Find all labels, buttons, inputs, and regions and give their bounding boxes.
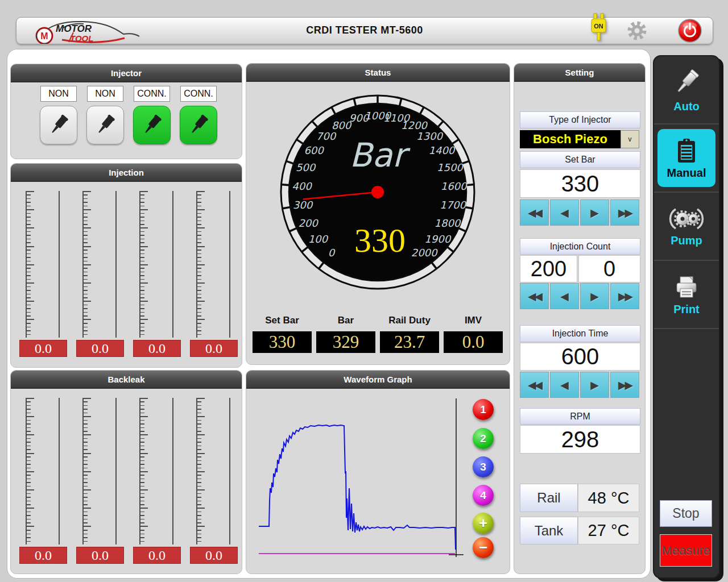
- injector2-button[interactable]: [86, 106, 124, 144]
- waveform-panel: Waveform Graph 1 2 3 4 + −: [246, 370, 510, 574]
- step-forward-icon: ▶: [590, 206, 599, 219]
- injector-icon: [93, 113, 118, 138]
- injector-icon: [46, 113, 71, 138]
- set-bar-increase-button[interactable]: ▶: [580, 199, 609, 226]
- scale-ruler: [26, 191, 34, 338]
- gauge-needle-hub: [371, 186, 384, 198]
- scale-ruler: [196, 191, 205, 338]
- set-bar-steppers: ◀◀ ◀ ▶ ▶▶: [520, 199, 639, 226]
- injection-count-steppers: ◀◀ ◀ ▶ ▶▶: [520, 283, 639, 309]
- measure-button[interactable]: Measure: [660, 534, 712, 567]
- svg-text:0: 0: [328, 247, 336, 259]
- injector4-status: CONN.: [180, 86, 217, 102]
- set-bar-fast-forward-button[interactable]: ▶▶: [610, 199, 639, 226]
- waveform-trace: [259, 425, 456, 550]
- status-panel-title: Status: [246, 64, 510, 82]
- injector-panel-title: Injector: [11, 64, 242, 82]
- sidebar-active-highlight: Manual: [657, 129, 715, 187]
- waveform-chart: [246, 387, 465, 560]
- sidebar-item-auto[interactable]: Auto: [654, 56, 719, 124]
- svg-text:500: 500: [296, 161, 316, 173]
- svg-text:700: 700: [316, 130, 337, 142]
- readout-value: 329: [316, 331, 375, 353]
- injection-time-value: 600: [520, 343, 640, 371]
- readout-setbar: Set Bar 330: [253, 315, 312, 353]
- readout-label: Rail Duty: [380, 315, 439, 326]
- injector-type-dropdown[interactable]: Bosch Piezo v: [520, 130, 639, 148]
- backleak-gauge-1: 0.0: [19, 398, 67, 564]
- injection-count-decrease-button[interactable]: ◀: [550, 283, 579, 309]
- pump-gears-icon: [669, 206, 704, 232]
- backleak-value-1: 0.0: [19, 547, 67, 564]
- scale-ruler: [139, 191, 148, 338]
- svg-text:2000: 2000: [411, 247, 438, 259]
- scale-track: [172, 398, 173, 544]
- sidebar-item-label: Auto: [673, 100, 700, 113]
- channel-2-button[interactable]: 2: [473, 428, 494, 449]
- injector-panel: Injector NON NON CONN. CONN.: [10, 64, 242, 159]
- step-forward-icon: ▶: [590, 379, 599, 392]
- injection-value-2: 0.0: [76, 340, 124, 357]
- waveform-panel-title: Waveform Graph: [246, 371, 510, 389]
- sidebar-item-manual[interactable]: Manual: [654, 124, 719, 193]
- zoom-out-button[interactable]: −: [473, 537, 494, 558]
- backleak-value-3: 0.0: [133, 547, 181, 564]
- injection-value-1: 0.0: [19, 340, 67, 357]
- svg-text:1900: 1900: [424, 233, 451, 245]
- readout-bar: Bar 329: [316, 315, 375, 353]
- sidebar-item-pump[interactable]: Pump: [654, 193, 719, 261]
- channel-3-button[interactable]: 3: [473, 456, 494, 477]
- injector1-button[interactable]: [40, 106, 77, 144]
- power-button[interactable]: [677, 18, 702, 43]
- injection-time-fast-forward-button[interactable]: ▶▶: [610, 372, 639, 398]
- set-bar-label: Set Bar: [520, 151, 640, 168]
- injector4-button[interactable]: [180, 106, 217, 144]
- injection-time-decrease-button[interactable]: ◀: [550, 372, 579, 398]
- scale-track: [229, 191, 230, 338]
- injection-time-steppers: ◀◀ ◀ ▶ ▶▶: [520, 372, 639, 398]
- svg-text:400: 400: [292, 180, 312, 192]
- sidebar-item-label: Print: [673, 303, 700, 316]
- scale-track: [229, 398, 230, 544]
- scale-ruler: [82, 191, 91, 338]
- scale-track: [172, 191, 173, 338]
- rewind-icon: ◀◀: [528, 206, 541, 219]
- backleak-gauge-2: 0.0: [76, 398, 124, 564]
- readout-value: 23.7: [380, 331, 439, 353]
- injection-panel-title: Injection: [11, 164, 242, 182]
- injection-count-fast-forward-button[interactable]: ▶▶: [610, 283, 639, 309]
- tank-temp-value: 27 °C: [578, 517, 639, 544]
- injector-type-label: Type of Injector: [520, 111, 640, 128]
- sidebar-item-label: Pump: [671, 234, 702, 247]
- sidebar-item-print[interactable]: Print: [654, 261, 719, 329]
- injection-count-current: 0: [578, 255, 640, 282]
- svg-text:200: 200: [298, 217, 318, 229]
- connection-plug-icon[interactable]: ON: [589, 13, 609, 48]
- channel-1-button[interactable]: 1: [473, 399, 494, 420]
- auto-injector-icon: [671, 67, 702, 98]
- injection-time-rewind-button[interactable]: ◀◀: [520, 372, 549, 398]
- injector3-button[interactable]: [133, 106, 171, 144]
- rewind-icon: ◀◀: [528, 379, 541, 392]
- backleak-value-2: 0.0: [76, 547, 124, 564]
- zoom-in-button[interactable]: +: [473, 513, 494, 534]
- injection-count-rewind-button[interactable]: ◀◀: [520, 283, 549, 309]
- injection-count-set: 200: [520, 255, 577, 282]
- step-back-icon: ◀: [560, 206, 569, 219]
- set-bar-value: 330: [520, 169, 640, 198]
- svg-text:1700: 1700: [440, 199, 466, 211]
- injection-panel: Injection 0.0 0.0 0.0 0.0: [10, 163, 242, 368]
- rail-temp-label: Rail: [520, 484, 578, 512]
- set-bar-decrease-button[interactable]: ◀: [550, 199, 579, 226]
- fast-forward-icon: ▶▶: [618, 379, 631, 392]
- injector1-status: NON: [40, 86, 77, 102]
- injector2-status: NON: [87, 86, 123, 102]
- injection-count-increase-button[interactable]: ▶: [580, 283, 609, 309]
- dropdown-expander-button[interactable]: v: [621, 130, 639, 148]
- setting-panel-title: Setting: [514, 64, 645, 82]
- set-bar-rewind-button[interactable]: ◀◀: [520, 199, 549, 226]
- settings-gear-icon[interactable]: [626, 20, 648, 41]
- stop-button[interactable]: Stop: [660, 500, 712, 527]
- channel-4-button[interactable]: 4: [473, 485, 494, 506]
- injection-time-increase-button[interactable]: ▶: [580, 372, 609, 398]
